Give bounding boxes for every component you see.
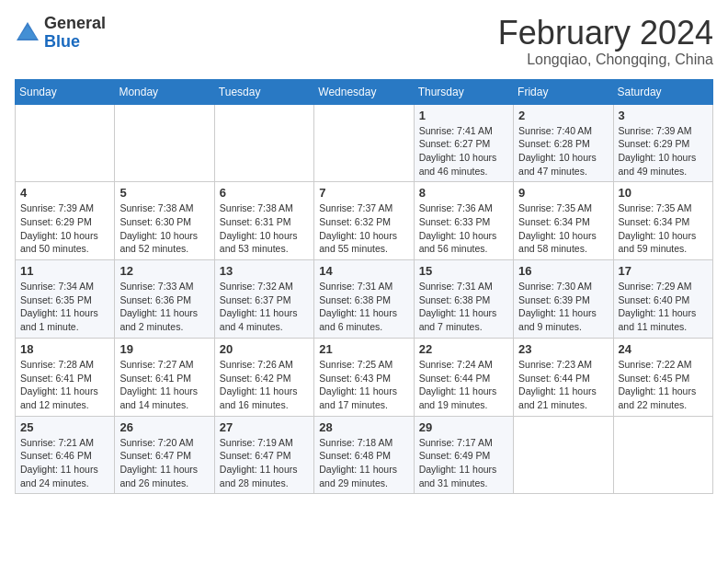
day-number: 9 [518,186,608,200]
day-number: 14 [319,264,408,278]
day-number: 10 [619,186,708,200]
day-info: Sunrise: 7:28 AM Sunset: 6:41 PM Dayligh… [20,358,109,412]
day-header-thursday: Thursday [414,79,513,104]
logo: General Blue [15,15,106,52]
day-info: Sunrise: 7:25 AM Sunset: 6:43 PM Dayligh… [319,358,408,412]
week-row-1: 1Sunrise: 7:41 AM Sunset: 6:27 PM Daylig… [16,104,713,182]
day-info: Sunrise: 7:32 AM Sunset: 6:37 PM Dayligh… [220,280,309,334]
week-row-3: 11Sunrise: 7:34 AM Sunset: 6:35 PM Dayli… [16,260,713,339]
day-info: Sunrise: 7:17 AM Sunset: 6:49 PM Dayligh… [419,436,508,490]
calendar-cell: 25Sunrise: 7:21 AM Sunset: 6:46 PM Dayli… [16,416,115,494]
day-info: Sunrise: 7:21 AM Sunset: 6:46 PM Dayligh… [20,436,109,490]
calendar-cell: 7Sunrise: 7:37 AM Sunset: 6:32 PM Daylig… [314,182,414,260]
day-info: Sunrise: 7:18 AM Sunset: 6:48 PM Dayligh… [319,436,408,490]
calendar-cell: 3Sunrise: 7:39 AM Sunset: 6:29 PM Daylig… [613,104,712,182]
week-row-5: 25Sunrise: 7:21 AM Sunset: 6:46 PM Dayli… [16,416,713,494]
calendar-cell: 28Sunrise: 7:18 AM Sunset: 6:48 PM Dayli… [314,416,414,494]
calendar-cell [314,104,414,182]
header: General Blue February 2024 Longqiao, Cho… [15,15,713,68]
day-number: 15 [419,264,508,278]
day-info: Sunrise: 7:27 AM Sunset: 6:41 PM Dayligh… [119,358,209,412]
calendar-cell: 29Sunrise: 7:17 AM Sunset: 6:49 PM Dayli… [414,416,513,494]
calendar-cell: 20Sunrise: 7:26 AM Sunset: 6:42 PM Dayli… [214,338,313,416]
day-number: 6 [220,186,309,200]
day-info: Sunrise: 7:39 AM Sunset: 6:29 PM Dayligh… [619,124,708,178]
day-number: 13 [220,264,309,278]
calendar-cell: 4Sunrise: 7:39 AM Sunset: 6:29 PM Daylig… [16,182,115,260]
day-header-wednesday: Wednesday [314,79,414,104]
calendar-cell: 14Sunrise: 7:31 AM Sunset: 6:38 PM Dayli… [314,260,414,339]
day-number: 24 [619,342,708,356]
calendar-cell: 1Sunrise: 7:41 AM Sunset: 6:27 PM Daylig… [414,104,513,182]
day-number: 2 [518,109,608,122]
calendar-cell [214,104,313,182]
day-number: 5 [119,186,209,200]
calendar-cell: 11Sunrise: 7:34 AM Sunset: 6:35 PM Dayli… [16,260,115,339]
day-info: Sunrise: 7:39 AM Sunset: 6:29 PM Dayligh… [20,201,109,256]
calendar-cell: 17Sunrise: 7:29 AM Sunset: 6:40 PM Dayli… [613,260,712,339]
day-info: Sunrise: 7:22 AM Sunset: 6:45 PM Dayligh… [619,358,708,412]
day-header-monday: Monday [115,79,214,104]
logo-text: General Blue [44,15,106,52]
day-info: Sunrise: 7:38 AM Sunset: 6:31 PM Dayligh… [220,201,309,256]
calendar-cell: 10Sunrise: 7:35 AM Sunset: 6:34 PM Dayli… [613,182,712,260]
day-number: 17 [619,264,708,278]
day-number: 29 [419,420,508,434]
calendar-cell: 9Sunrise: 7:35 AM Sunset: 6:34 PM Daylig… [514,182,613,260]
calendar-cell [16,104,115,182]
calendar-cell: 12Sunrise: 7:33 AM Sunset: 6:36 PM Dayli… [115,260,214,339]
day-number: 4 [20,186,109,200]
day-info: Sunrise: 7:41 AM Sunset: 6:27 PM Dayligh… [419,124,508,178]
calendar-cell [613,416,712,494]
week-row-2: 4Sunrise: 7:39 AM Sunset: 6:29 PM Daylig… [16,182,713,260]
calendar-cell: 16Sunrise: 7:30 AM Sunset: 6:39 PM Dayli… [514,260,613,339]
day-info: Sunrise: 7:29 AM Sunset: 6:40 PM Dayligh… [619,280,708,334]
calendar-table: SundayMondayTuesdayWednesdayThursdayFrid… [15,79,713,495]
day-info: Sunrise: 7:35 AM Sunset: 6:34 PM Dayligh… [518,201,608,256]
calendar-cell [115,104,214,182]
calendar-cell: 26Sunrise: 7:20 AM Sunset: 6:47 PM Dayli… [115,416,214,494]
calendar-cell: 21Sunrise: 7:25 AM Sunset: 6:43 PM Dayli… [314,338,414,416]
day-info: Sunrise: 7:19 AM Sunset: 6:47 PM Dayligh… [220,436,309,490]
calendar-cell: 19Sunrise: 7:27 AM Sunset: 6:41 PM Dayli… [115,338,214,416]
day-info: Sunrise: 7:24 AM Sunset: 6:44 PM Dayligh… [419,358,508,412]
calendar-cell: 18Sunrise: 7:28 AM Sunset: 6:41 PM Dayli… [16,338,115,416]
day-number: 21 [319,342,408,356]
day-info: Sunrise: 7:23 AM Sunset: 6:44 PM Dayligh… [518,358,608,412]
day-number: 3 [619,109,708,122]
day-number: 8 [419,186,508,200]
day-number: 25 [20,420,109,434]
day-number: 28 [319,420,408,434]
month-title: February 2024 [498,15,713,52]
calendar-cell: 2Sunrise: 7:40 AM Sunset: 6:28 PM Daylig… [514,104,613,182]
day-info: Sunrise: 7:30 AM Sunset: 6:39 PM Dayligh… [518,280,608,334]
day-info: Sunrise: 7:34 AM Sunset: 6:35 PM Dayligh… [20,280,109,334]
logo-icon [15,20,40,46]
day-number: 11 [20,264,109,278]
calendar-cell [514,416,613,494]
week-row-4: 18Sunrise: 7:28 AM Sunset: 6:41 PM Dayli… [16,338,713,416]
day-info: Sunrise: 7:26 AM Sunset: 6:42 PM Dayligh… [220,358,309,412]
day-number: 18 [20,342,109,356]
calendar-cell: 8Sunrise: 7:36 AM Sunset: 6:33 PM Daylig… [414,182,513,260]
day-info: Sunrise: 7:40 AM Sunset: 6:28 PM Dayligh… [518,124,608,178]
logo-blue-text: Blue [44,32,80,51]
calendar-cell: 13Sunrise: 7:32 AM Sunset: 6:37 PM Dayli… [214,260,313,339]
calendar-cell: 22Sunrise: 7:24 AM Sunset: 6:44 PM Dayli… [414,338,513,416]
day-number: 23 [518,342,608,356]
title-area: February 2024 Longqiao, Chongqing, China [498,15,713,68]
day-number: 22 [419,342,508,356]
calendar-cell: 5Sunrise: 7:38 AM Sunset: 6:30 PM Daylig… [115,182,214,260]
day-header-saturday: Saturday [613,79,712,104]
day-info: Sunrise: 7:33 AM Sunset: 6:36 PM Dayligh… [119,280,209,334]
calendar-cell: 27Sunrise: 7:19 AM Sunset: 6:47 PM Dayli… [214,416,313,494]
day-header-sunday: Sunday [16,79,115,104]
day-info: Sunrise: 7:31 AM Sunset: 6:38 PM Dayligh… [319,280,408,334]
day-info: Sunrise: 7:36 AM Sunset: 6:33 PM Dayligh… [419,201,508,256]
day-number: 1 [419,109,508,122]
logo-general-text: General [44,14,106,32]
day-info: Sunrise: 7:37 AM Sunset: 6:32 PM Dayligh… [319,201,408,256]
day-info: Sunrise: 7:38 AM Sunset: 6:30 PM Dayligh… [119,201,209,256]
day-info: Sunrise: 7:20 AM Sunset: 6:47 PM Dayligh… [119,436,209,490]
day-number: 26 [119,420,209,434]
